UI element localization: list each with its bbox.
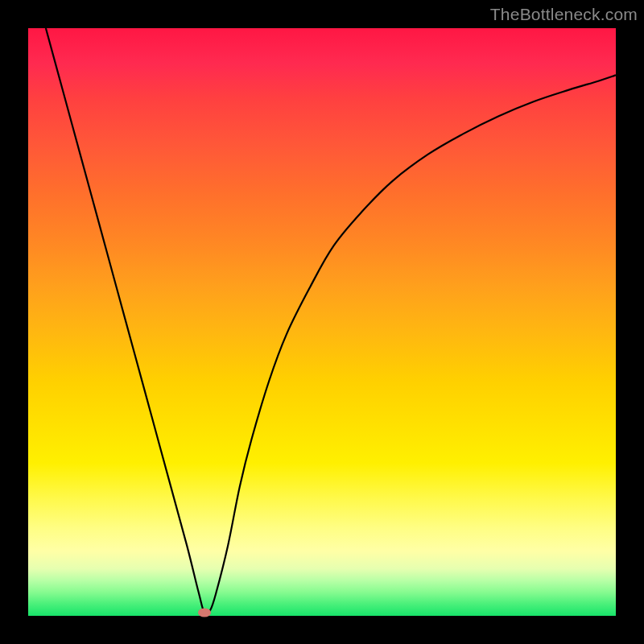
watermark-text: TheBottleneck.com [490, 5, 638, 24]
bottleneck-curve [46, 28, 616, 614]
curve-svg [28, 28, 616, 616]
optimum-marker [198, 609, 211, 617]
chart-stage: TheBottleneck.com [0, 0, 644, 644]
plot-area [28, 28, 616, 616]
